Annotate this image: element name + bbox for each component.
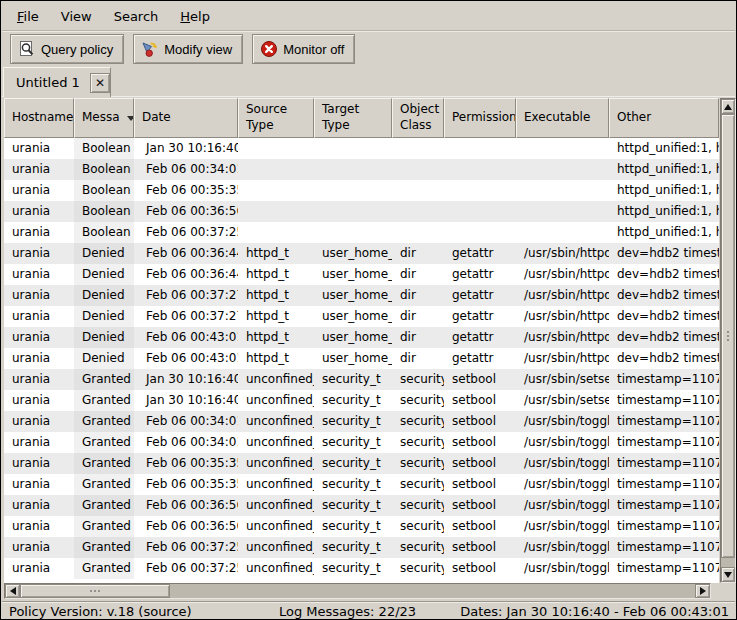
policy-version-status: Policy Version: v.18 (source): [9, 603, 192, 620]
menu-file[interactable]: File: [8, 6, 48, 27]
cell-message: Denied: [74, 243, 134, 264]
cell-hostname: urania: [4, 264, 74, 285]
cell-executable: /usr/sbin/toggle: [516, 411, 609, 432]
cell-target-type: security_t: [314, 453, 392, 474]
cell-permission: [444, 180, 516, 201]
statusbar-divider: [2, 601, 735, 602]
cell-permission: setbool: [444, 558, 516, 579]
log-row[interactable]: urania Boolean Jan 30 10:16:40 httpd_uni…: [4, 138, 719, 159]
cell-other: timestamp=11076: [609, 516, 719, 537]
cell-source-type: httpd_t: [238, 306, 314, 327]
menu-help[interactable]: Help: [171, 6, 219, 27]
cell-object-class: dir: [392, 285, 444, 306]
column-label: Source Type: [246, 102, 309, 133]
cell-date: Feb 06 00:37:27: [134, 306, 238, 327]
column-header-executable[interactable]: Executable: [516, 98, 609, 138]
tab-untitled-1[interactable]: Untitled 1 ✕: [3, 67, 111, 97]
cell-object-class: dir: [392, 327, 444, 348]
cell-other: timestamp=11076: [609, 411, 719, 432]
column-header-permission[interactable]: Permission: [444, 98, 516, 138]
cell-date: Feb 06 00:34:01: [134, 411, 238, 432]
log-row[interactable]: urania Denied Feb 06 00:43:01 httpd_t us…: [4, 327, 719, 348]
cell-executable: [516, 222, 609, 243]
log-row[interactable]: urania Granted Feb 06 00:37:25 unconfine…: [4, 558, 719, 579]
scroll-down-button[interactable]: [721, 567, 735, 582]
log-row[interactable]: urania Denied Feb 06 00:37:27 httpd_t us…: [4, 306, 719, 327]
cell-message: Granted: [74, 474, 134, 495]
cell-object-class: [392, 159, 444, 180]
log-row[interactable]: urania Boolean Feb 06 00:34:01 httpd_uni…: [4, 159, 719, 180]
cell-executable: [516, 138, 609, 159]
monitor-off-label: Monitor off: [283, 42, 344, 57]
cell-message: Denied: [74, 285, 134, 306]
cell-executable: /usr/sbin/toggle: [516, 432, 609, 453]
cell-executable: /usr/sbin/httpd: [516, 348, 609, 369]
horizontal-scrollbar[interactable]: [4, 583, 711, 599]
column-header-source-type[interactable]: Source Type: [238, 98, 314, 138]
cell-permission: setbool: [444, 516, 516, 537]
column-header-other[interactable]: Other: [609, 98, 719, 138]
log-row[interactable]: urania Granted Feb 06 00:35:35 unconfine…: [4, 474, 719, 495]
log-row[interactable]: urania Granted Feb 06 00:36:56 unconfine…: [4, 516, 719, 537]
log-row[interactable]: urania Denied Feb 06 00:37:27 httpd_t us…: [4, 285, 719, 306]
cell-other: httpd_unified:1, h: [609, 201, 719, 222]
scroll-up-button[interactable]: [721, 99, 735, 114]
statusbar: Policy Version: v.18 (source) Log Messag…: [2, 603, 735, 620]
cell-date: Feb 06 00:43:01: [134, 327, 238, 348]
cell-source-type: unconfined_: [238, 411, 314, 432]
menu-view[interactable]: View: [52, 6, 101, 27]
cell-object-class: security: [392, 390, 444, 411]
log-row[interactable]: urania Granted Feb 06 00:35:35 unconfine…: [4, 453, 719, 474]
cell-object-class: security: [392, 495, 444, 516]
log-messages-status: Log Messages: 22/23: [279, 603, 416, 620]
cell-hostname: urania: [4, 369, 74, 390]
log-row[interactable]: urania Denied Feb 06 00:36:44 httpd_t us…: [4, 264, 719, 285]
cell-source-type: unconfined_: [238, 537, 314, 558]
cell-executable: /usr/sbin/toggle: [516, 537, 609, 558]
column-header-message[interactable]: Messa: [74, 98, 134, 138]
cell-object-class: security: [392, 411, 444, 432]
horizontal-scrollbar-thumb[interactable]: [20, 584, 170, 598]
cell-message: Granted: [74, 369, 134, 390]
cell-executable: /usr/sbin/toggle: [516, 453, 609, 474]
column-header-hostname[interactable]: Hostname: [4, 98, 74, 138]
cell-hostname: urania: [4, 159, 74, 180]
cell-date: Jan 30 10:16:40: [134, 390, 238, 411]
log-row[interactable]: urania Granted Feb 06 00:37:25 unconfine…: [4, 537, 719, 558]
log-row[interactable]: urania Granted Feb 06 00:34:01 unconfine…: [4, 411, 719, 432]
log-row[interactable]: urania Boolean Feb 06 00:37:25 httpd_uni…: [4, 222, 719, 243]
log-row[interactable]: urania Granted Jan 30 10:16:40 unconfine…: [4, 369, 719, 390]
column-header-object-class[interactable]: Object Class: [392, 98, 444, 138]
cell-target-type: security_t: [314, 369, 392, 390]
log-row[interactable]: urania Denied Feb 06 00:36:44 httpd_t us…: [4, 243, 719, 264]
cell-date: Feb 06 00:36:44: [134, 243, 238, 264]
cell-executable: /usr/sbin/toggle: [516, 516, 609, 537]
tab-close-button[interactable]: ✕: [90, 73, 110, 93]
cell-message: Granted: [74, 411, 134, 432]
log-row[interactable]: urania Granted Jan 30 10:16:40 unconfine…: [4, 390, 719, 411]
cell-object-class: security: [392, 432, 444, 453]
cell-target-type: security_t: [314, 474, 392, 495]
log-row[interactable]: urania Granted Feb 06 00:34:01 unconfine…: [4, 432, 719, 453]
modify-view-button[interactable]: Modify view: [133, 34, 243, 64]
log-row[interactable]: urania Boolean Feb 06 00:35:35 httpd_uni…: [4, 180, 719, 201]
tab-label: Untitled 1: [16, 75, 80, 90]
cell-date: Feb 06 00:34:01: [134, 432, 238, 453]
scroll-left-button[interactable]: [5, 584, 20, 598]
scroll-right-button[interactable]: [695, 584, 710, 598]
monitor-off-button[interactable]: Monitor off: [252, 34, 355, 64]
cell-hostname: urania: [4, 222, 74, 243]
cell-object-class: security: [392, 369, 444, 390]
log-row[interactable]: urania Denied Feb 06 00:43:01 httpd_t us…: [4, 348, 719, 369]
menu-search[interactable]: Search: [105, 6, 168, 27]
cell-other: dev=hdb2 timesta: [609, 285, 719, 306]
log-row[interactable]: urania Boolean Feb 06 00:36:56 httpd_uni…: [4, 201, 719, 222]
cell-source-type: unconfined_: [238, 390, 314, 411]
vertical-scrollbar[interactable]: [720, 98, 736, 583]
query-policy-button[interactable]: Query policy: [10, 34, 124, 64]
log-row[interactable]: urania Granted Feb 06 00:36:56 unconfine…: [4, 495, 719, 516]
vertical-scrollbar-thumb[interactable]: [721, 114, 735, 558]
cell-permission: [444, 201, 516, 222]
column-header-target-type[interactable]: Target Type: [314, 98, 392, 138]
column-header-date[interactable]: Date: [134, 98, 238, 138]
